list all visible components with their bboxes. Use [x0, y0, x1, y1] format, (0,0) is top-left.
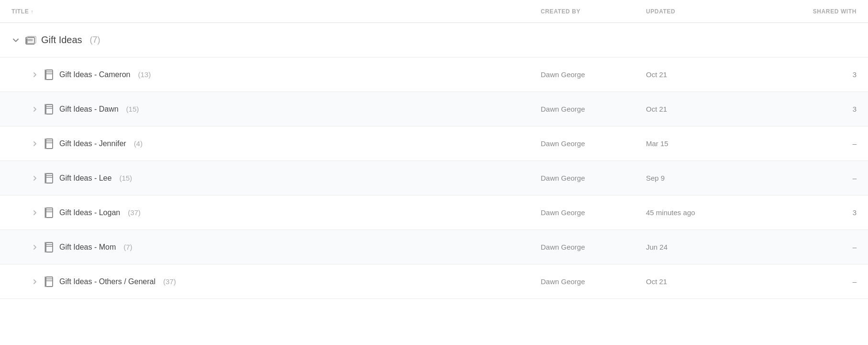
row-title-text: Gift Ideas - Dawn — [59, 105, 119, 114]
row-count-badge: (7) — [123, 243, 132, 251]
row-title-cell: Gift Ideas - Jennifer (4) — [11, 138, 541, 150]
svg-rect-21 — [46, 208, 53, 218]
group-title-cell: Gift Ideas (7) — [11, 34, 541, 46]
sort-arrow-icon: ↑ — [31, 9, 33, 14]
group-name: Gift Ideas — [41, 34, 82, 46]
row-updated: 45 minutes ago — [646, 208, 751, 217]
notebook-icon — [44, 242, 55, 253]
rows-container: Gift Ideas - Cameron (13) Dawn George Oc… — [0, 58, 868, 299]
row-shared-with: 3 — [751, 208, 857, 217]
group-row: Gift Ideas (7) — [0, 23, 868, 58]
shared-with-column-header: SHARED WITH — [751, 8, 857, 15]
notebook-icon — [44, 69, 55, 80]
row-title-cell: Gift Ideas - Dawn (15) — [11, 104, 541, 115]
row-count-badge: (37) — [128, 208, 141, 217]
table-row: Gift Ideas - Others / General (37) Dawn … — [0, 264, 868, 299]
svg-rect-5 — [46, 70, 53, 80]
created-by-column-header: CREATED BY — [541, 8, 646, 15]
row-created-by: Dawn George — [541, 105, 646, 113]
row-count-badge: (37) — [163, 277, 176, 286]
table-row: Gift Ideas - Mom (7) Dawn George Jun 24 … — [0, 230, 868, 264]
table-row: Gift Ideas - Lee (15) Dawn George Sep 9 … — [0, 161, 868, 196]
row-updated: Jun 24 — [646, 243, 751, 251]
title-column-header[interactable]: TITLE ↑ — [11, 8, 541, 15]
row-count-badge: (15) — [119, 174, 132, 182]
row-updated: Oct 21 — [646, 70, 751, 79]
svg-rect-29 — [46, 277, 53, 287]
notebooks-table: TITLE ↑ CREATED BY UPDATED SHARED WITH — [0, 0, 868, 345]
row-shared-with: – — [751, 139, 857, 148]
row-created-by: Dawn George — [541, 243, 646, 251]
row-shared-with: – — [751, 277, 857, 286]
notebook-icon — [44, 276, 55, 288]
svg-rect-25 — [46, 242, 53, 252]
row-title-cell: Gift Ideas - Mom (7) — [11, 242, 541, 253]
row-chevron-right-icon[interactable] — [31, 243, 39, 252]
row-title-text: Gift Ideas - Cameron — [59, 70, 131, 79]
row-title-text: Gift Ideas - Mom — [59, 243, 116, 252]
row-count-badge: (4) — [134, 139, 143, 148]
row-shared-with: 3 — [751, 70, 857, 79]
row-title-text: Gift Ideas - Logan — [59, 208, 120, 217]
row-shared-with: 3 — [751, 105, 857, 113]
table-row: Gift Ideas - Cameron (13) Dawn George Oc… — [0, 58, 868, 92]
svg-rect-9 — [46, 104, 53, 114]
row-updated: Oct 21 — [646, 277, 751, 286]
notebook-icon — [44, 104, 55, 115]
row-title-text: Gift Ideas - Lee — [59, 174, 111, 183]
row-chevron-right-icon[interactable] — [31, 277, 39, 286]
table-row: Gift Ideas - Dawn (15) Dawn George Oct 2… — [0, 92, 868, 126]
row-chevron-right-icon[interactable] — [31, 105, 39, 114]
group-chevron-down-icon[interactable] — [11, 36, 20, 45]
notebook-icon — [44, 207, 55, 218]
table-header: TITLE ↑ CREATED BY UPDATED SHARED WITH — [0, 0, 868, 23]
row-count-badge: (15) — [126, 105, 139, 113]
row-title-text: Gift Ideas - Jennifer — [59, 139, 126, 148]
svg-rect-17 — [46, 173, 53, 183]
updated-column-header: UPDATED — [646, 8, 751, 15]
table-row: Gift Ideas - Logan (37) Dawn George 45 m… — [0, 196, 868, 230]
row-created-by: Dawn George — [541, 70, 646, 79]
row-title-cell: Gift Ideas - Lee (15) — [11, 172, 541, 184]
row-updated: Oct 21 — [646, 105, 751, 113]
row-created-by: Dawn George — [541, 174, 646, 182]
row-chevron-right-icon[interactable] — [31, 139, 39, 148]
row-count-badge: (13) — [138, 70, 151, 79]
row-chevron-right-icon[interactable] — [31, 208, 39, 217]
row-title-cell: Gift Ideas - Others / General (37) — [11, 276, 541, 288]
row-created-by: Dawn George — [541, 277, 646, 286]
row-title-cell: Gift Ideas - Cameron (13) — [11, 69, 541, 80]
row-title-cell: Gift Ideas - Logan (37) — [11, 207, 541, 218]
title-header-label: TITLE — [11, 8, 29, 15]
row-updated: Mar 15 — [646, 139, 751, 148]
row-shared-with: – — [751, 174, 857, 182]
svg-rect-13 — [46, 139, 53, 149]
row-shared-with: – — [751, 243, 857, 251]
row-created-by: Dawn George — [541, 208, 646, 217]
row-title-text: Gift Ideas - Others / General — [59, 277, 156, 286]
row-created-by: Dawn George — [541, 139, 646, 148]
group-count: (7) — [90, 35, 100, 45]
row-updated: Sep 9 — [646, 174, 751, 182]
row-chevron-right-icon[interactable] — [31, 174, 39, 183]
table-row: Gift Ideas - Jennifer (4) Dawn George Ma… — [0, 126, 868, 161]
notebook-icon — [44, 138, 55, 150]
row-chevron-right-icon[interactable] — [31, 70, 39, 79]
notebook-icon — [44, 172, 55, 184]
group-notebook-stack-icon — [25, 34, 36, 46]
